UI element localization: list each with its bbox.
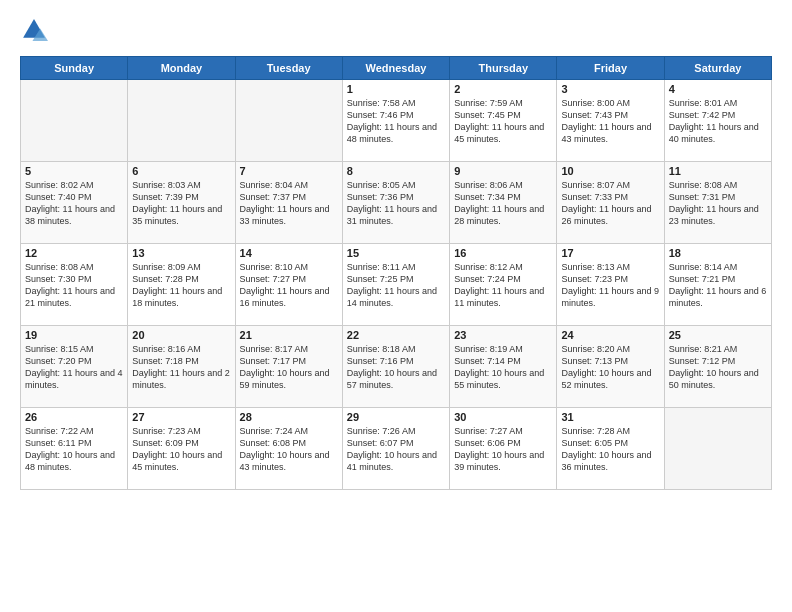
calendar-day-cell: 26Sunrise: 7:22 AMSunset: 6:11 PMDayligh… — [21, 408, 128, 490]
calendar-day-cell: 7Sunrise: 8:04 AMSunset: 7:37 PMDaylight… — [235, 162, 342, 244]
day-number: 17 — [561, 247, 659, 259]
day-number: 14 — [240, 247, 338, 259]
day-info: Sunrise: 8:08 AMSunset: 7:31 PMDaylight:… — [669, 179, 767, 228]
calendar-day-cell — [21, 80, 128, 162]
day-number: 13 — [132, 247, 230, 259]
day-number: 11 — [669, 165, 767, 177]
calendar-week-row: 12Sunrise: 8:08 AMSunset: 7:30 PMDayligh… — [21, 244, 772, 326]
calendar-day-cell: 11Sunrise: 8:08 AMSunset: 7:31 PMDayligh… — [664, 162, 771, 244]
calendar-day-cell: 28Sunrise: 7:24 AMSunset: 6:08 PMDayligh… — [235, 408, 342, 490]
day-info: Sunrise: 8:00 AMSunset: 7:43 PMDaylight:… — [561, 97, 659, 146]
calendar-day-cell: 25Sunrise: 8:21 AMSunset: 7:12 PMDayligh… — [664, 326, 771, 408]
header — [20, 16, 772, 44]
day-info: Sunrise: 8:17 AMSunset: 7:17 PMDaylight:… — [240, 343, 338, 392]
day-info: Sunrise: 7:23 AMSunset: 6:09 PMDaylight:… — [132, 425, 230, 474]
day-info: Sunrise: 8:13 AMSunset: 7:23 PMDaylight:… — [561, 261, 659, 310]
day-number: 18 — [669, 247, 767, 259]
calendar-week-row: 1Sunrise: 7:58 AMSunset: 7:46 PMDaylight… — [21, 80, 772, 162]
day-number: 10 — [561, 165, 659, 177]
day-info: Sunrise: 7:59 AMSunset: 7:45 PMDaylight:… — [454, 97, 552, 146]
calendar-day-cell: 13Sunrise: 8:09 AMSunset: 7:28 PMDayligh… — [128, 244, 235, 326]
calendar-day-cell: 2Sunrise: 7:59 AMSunset: 7:45 PMDaylight… — [450, 80, 557, 162]
day-info: Sunrise: 7:27 AMSunset: 6:06 PMDaylight:… — [454, 425, 552, 474]
day-number: 21 — [240, 329, 338, 341]
day-info: Sunrise: 8:04 AMSunset: 7:37 PMDaylight:… — [240, 179, 338, 228]
logo-icon — [20, 16, 48, 44]
day-number: 19 — [25, 329, 123, 341]
day-info: Sunrise: 7:58 AMSunset: 7:46 PMDaylight:… — [347, 97, 445, 146]
day-info: Sunrise: 8:15 AMSunset: 7:20 PMDaylight:… — [25, 343, 123, 392]
page: SundayMondayTuesdayWednesdayThursdayFrid… — [0, 0, 792, 612]
calendar-day-cell: 15Sunrise: 8:11 AMSunset: 7:25 PMDayligh… — [342, 244, 449, 326]
day-info: Sunrise: 7:28 AMSunset: 6:05 PMDaylight:… — [561, 425, 659, 474]
day-info: Sunrise: 8:03 AMSunset: 7:39 PMDaylight:… — [132, 179, 230, 228]
weekday-header: Sunday — [21, 57, 128, 80]
calendar-day-cell: 27Sunrise: 7:23 AMSunset: 6:09 PMDayligh… — [128, 408, 235, 490]
day-number: 1 — [347, 83, 445, 95]
day-number: 6 — [132, 165, 230, 177]
calendar-day-cell: 17Sunrise: 8:13 AMSunset: 7:23 PMDayligh… — [557, 244, 664, 326]
day-info: Sunrise: 8:05 AMSunset: 7:36 PMDaylight:… — [347, 179, 445, 228]
day-info: Sunrise: 8:10 AMSunset: 7:27 PMDaylight:… — [240, 261, 338, 310]
day-info: Sunrise: 8:01 AMSunset: 7:42 PMDaylight:… — [669, 97, 767, 146]
day-number: 25 — [669, 329, 767, 341]
calendar-day-cell: 6Sunrise: 8:03 AMSunset: 7:39 PMDaylight… — [128, 162, 235, 244]
calendar-day-cell: 29Sunrise: 7:26 AMSunset: 6:07 PMDayligh… — [342, 408, 449, 490]
weekday-header: Thursday — [450, 57, 557, 80]
calendar-day-cell: 21Sunrise: 8:17 AMSunset: 7:17 PMDayligh… — [235, 326, 342, 408]
day-number: 16 — [454, 247, 552, 259]
day-number: 23 — [454, 329, 552, 341]
calendar-day-cell: 8Sunrise: 8:05 AMSunset: 7:36 PMDaylight… — [342, 162, 449, 244]
calendar-week-row: 26Sunrise: 7:22 AMSunset: 6:11 PMDayligh… — [21, 408, 772, 490]
weekday-header: Friday — [557, 57, 664, 80]
day-info: Sunrise: 8:08 AMSunset: 7:30 PMDaylight:… — [25, 261, 123, 310]
calendar-day-cell — [128, 80, 235, 162]
weekday-header: Monday — [128, 57, 235, 80]
day-info: Sunrise: 7:24 AMSunset: 6:08 PMDaylight:… — [240, 425, 338, 474]
day-number: 29 — [347, 411, 445, 423]
calendar-day-cell: 10Sunrise: 8:07 AMSunset: 7:33 PMDayligh… — [557, 162, 664, 244]
day-number: 9 — [454, 165, 552, 177]
day-info: Sunrise: 7:22 AMSunset: 6:11 PMDaylight:… — [25, 425, 123, 474]
day-number: 31 — [561, 411, 659, 423]
day-number: 4 — [669, 83, 767, 95]
day-number: 22 — [347, 329, 445, 341]
day-number: 3 — [561, 83, 659, 95]
calendar-week-row: 5Sunrise: 8:02 AMSunset: 7:40 PMDaylight… — [21, 162, 772, 244]
day-info: Sunrise: 8:06 AMSunset: 7:34 PMDaylight:… — [454, 179, 552, 228]
day-info: Sunrise: 8:12 AMSunset: 7:24 PMDaylight:… — [454, 261, 552, 310]
day-number: 2 — [454, 83, 552, 95]
calendar-day-cell: 16Sunrise: 8:12 AMSunset: 7:24 PMDayligh… — [450, 244, 557, 326]
calendar-day-cell: 24Sunrise: 8:20 AMSunset: 7:13 PMDayligh… — [557, 326, 664, 408]
calendar-day-cell: 23Sunrise: 8:19 AMSunset: 7:14 PMDayligh… — [450, 326, 557, 408]
day-info: Sunrise: 8:18 AMSunset: 7:16 PMDaylight:… — [347, 343, 445, 392]
day-number: 28 — [240, 411, 338, 423]
weekday-header: Saturday — [664, 57, 771, 80]
day-number: 27 — [132, 411, 230, 423]
calendar-day-cell: 19Sunrise: 8:15 AMSunset: 7:20 PMDayligh… — [21, 326, 128, 408]
calendar-day-cell: 3Sunrise: 8:00 AMSunset: 7:43 PMDaylight… — [557, 80, 664, 162]
day-info: Sunrise: 8:16 AMSunset: 7:18 PMDaylight:… — [132, 343, 230, 392]
logo — [20, 16, 52, 44]
calendar-day-cell: 9Sunrise: 8:06 AMSunset: 7:34 PMDaylight… — [450, 162, 557, 244]
weekday-header: Tuesday — [235, 57, 342, 80]
day-info: Sunrise: 8:09 AMSunset: 7:28 PMDaylight:… — [132, 261, 230, 310]
day-number: 20 — [132, 329, 230, 341]
weekday-header-row: SundayMondayTuesdayWednesdayThursdayFrid… — [21, 57, 772, 80]
calendar-week-row: 19Sunrise: 8:15 AMSunset: 7:20 PMDayligh… — [21, 326, 772, 408]
day-info: Sunrise: 8:19 AMSunset: 7:14 PMDaylight:… — [454, 343, 552, 392]
day-number: 12 — [25, 247, 123, 259]
day-number: 7 — [240, 165, 338, 177]
calendar-day-cell — [664, 408, 771, 490]
day-info: Sunrise: 7:26 AMSunset: 6:07 PMDaylight:… — [347, 425, 445, 474]
day-info: Sunrise: 8:07 AMSunset: 7:33 PMDaylight:… — [561, 179, 659, 228]
calendar-table: SundayMondayTuesdayWednesdayThursdayFrid… — [20, 56, 772, 490]
weekday-header: Wednesday — [342, 57, 449, 80]
calendar-day-cell — [235, 80, 342, 162]
calendar-day-cell: 4Sunrise: 8:01 AMSunset: 7:42 PMDaylight… — [664, 80, 771, 162]
calendar-day-cell: 1Sunrise: 7:58 AMSunset: 7:46 PMDaylight… — [342, 80, 449, 162]
calendar-day-cell: 12Sunrise: 8:08 AMSunset: 7:30 PMDayligh… — [21, 244, 128, 326]
day-info: Sunrise: 8:21 AMSunset: 7:12 PMDaylight:… — [669, 343, 767, 392]
day-number: 15 — [347, 247, 445, 259]
calendar-day-cell: 31Sunrise: 7:28 AMSunset: 6:05 PMDayligh… — [557, 408, 664, 490]
